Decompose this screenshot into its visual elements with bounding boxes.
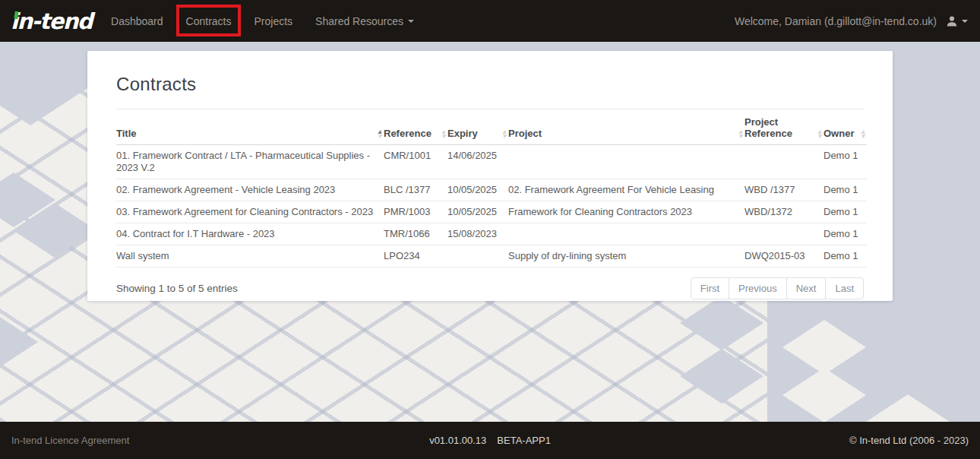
main-navigation: Dashboard Contracts Projects Shared Reso… [100, 0, 425, 42]
nav-item-contracts[interactable]: Contracts [175, 0, 243, 42]
version-number: v01.01.00.13 [429, 435, 486, 446]
cell-project-reference: WBD/1372 [744, 201, 824, 223]
cell-reference: BLC /1377 [384, 179, 447, 201]
cell-reference: TMR/1066 [384, 223, 447, 245]
cell-expiry: 14/06/2025 [447, 145, 508, 179]
pagination-first-button[interactable]: First [691, 277, 729, 299]
cell-reference: CMR/1001 [384, 145, 447, 179]
cell-reference: PMR/1003 [384, 201, 447, 223]
cell-owner: Demo 1 [824, 245, 867, 267]
cell-owner: Demo 1 [824, 179, 867, 201]
cell-owner: Demo 1 [824, 201, 867, 223]
cell-project: Framework for Cleaning Contractors 2023 [508, 201, 744, 223]
cell-title: 01. Framework Contract / LTA - Pharmaceu… [116, 145, 384, 179]
contracts-card: Contracts Title ▴▾ Reference ▴▾ Expiry ▴… [87, 51, 893, 301]
column-header-expiry[interactable]: Expiry ▴▾ [447, 109, 508, 145]
column-header-project[interactable]: Project ▴▾ [508, 109, 744, 145]
entries-summary: Showing 1 to 5 of 5 entries [116, 283, 238, 294]
column-header-project-reference[interactable]: Project Reference ▴▾ [744, 109, 824, 145]
table-row[interactable]: 04. Contract for I.T Hardware - 2023 TMR… [116, 223, 867, 245]
sort-icon: ▴▾ [502, 129, 506, 138]
chevron-down-icon [408, 20, 414, 23]
sort-icon: ▴▾ [738, 129, 742, 138]
app-logo[interactable]: in-tend [11, 9, 92, 33]
nav-item-shared-resources[interactable]: Shared Resources [304, 0, 425, 42]
logo-text: in-tend [11, 8, 92, 34]
cell-owner: Demo 1 [824, 223, 867, 245]
chevron-down-icon [962, 20, 968, 23]
table-row[interactable]: 03. Framework Agreement for Cleaning Con… [116, 201, 867, 223]
table-row[interactable]: Wall system LPO234 Supply of dry-lining … [116, 245, 867, 267]
copyright-text: © In-tend Ltd (2006 - 2023) [849, 435, 969, 446]
cell-project: 02. Framework Agreement For Vehicle Leas… [508, 179, 744, 201]
column-header-owner[interactable]: Owner ▴▾ [824, 109, 867, 145]
nav-item-projects[interactable]: Projects [242, 0, 304, 42]
cell-title: Wall system [116, 245, 384, 267]
table-row[interactable]: 01. Framework Contract / LTA - Pharmaceu… [116, 145, 867, 179]
column-header-reference[interactable]: Reference ▴▾ [384, 109, 447, 145]
cell-project-reference [744, 223, 824, 245]
cell-title: 02. Framework Agreement - Vehicle Leasin… [116, 179, 384, 201]
build-label: BETA-APP1 [497, 435, 551, 446]
sort-icon: ▴▾ [817, 129, 821, 138]
welcome-text: Welcome, Damian (d.gillott@in-tend.co.uk… [735, 15, 937, 27]
cell-reference: LPO234 [384, 245, 447, 267]
background-diamond [680, 349, 763, 404]
background-diamond [0, 315, 38, 369]
cell-title: 04. Contract for I.T Hardware - 2023 [116, 223, 384, 245]
cell-project [508, 145, 744, 179]
cell-project-reference: DWQ2015-03 [744, 245, 824, 267]
cell-project-reference: WBD /1377 [744, 179, 824, 201]
table-footer: Showing 1 to 5 of 5 entries First Previo… [116, 277, 864, 299]
pagination-previous-button[interactable]: Previous [729, 277, 787, 299]
column-header-title[interactable]: Title ▴▾ [116, 109, 384, 145]
cell-expiry: 15/08/2023 [447, 223, 508, 245]
contracts-table: Title ▴▾ Reference ▴▾ Expiry ▴▾ Project … [116, 109, 867, 267]
pagination: First Previous Next Last [691, 277, 864, 299]
cell-project: Supply of dry-lining system [508, 245, 744, 267]
pagination-last-button[interactable]: Last [825, 277, 864, 299]
table-header-row: Title ▴▾ Reference ▴▾ Expiry ▴▾ Project … [116, 109, 867, 145]
page-title: Contracts [116, 74, 864, 95]
sort-icon: ▴▾ [861, 129, 865, 138]
user-menu-toggle[interactable] [946, 15, 968, 27]
cell-project [508, 223, 744, 245]
pagination-next-button[interactable]: Next [786, 277, 827, 299]
cell-title: 03. Framework Agreement for Cleaning Con… [116, 201, 384, 223]
page-footer: In-tend Licence Agreement v01.01.00.13 B… [0, 422, 980, 459]
table-row[interactable]: 02. Framework Agreement - Vehicle Leasin… [116, 179, 867, 201]
top-navbar: in-tend Dashboard Contracts Projects Sha… [0, 0, 980, 42]
cell-expiry: 10/05/2025 [447, 201, 508, 223]
navbar-right: Welcome, Damian (d.gillott@in-tend.co.uk… [735, 15, 980, 27]
cell-expiry: 10/05/2025 [447, 179, 508, 201]
sort-icon: ▴▾ [441, 129, 445, 138]
user-icon [946, 15, 958, 27]
cell-expiry [447, 245, 508, 267]
background-diamond [680, 296, 763, 350]
nav-item-dashboard[interactable]: Dashboard [100, 0, 175, 42]
sort-icon: ▴▾ [378, 129, 381, 138]
cell-project-reference [744, 145, 824, 179]
version-info: v01.01.00.13 BETA-APP1 [429, 435, 551, 446]
licence-agreement-link[interactable]: In-tend Licence Agreement [11, 435, 129, 446]
cell-owner: Demo 1 [824, 145, 867, 179]
